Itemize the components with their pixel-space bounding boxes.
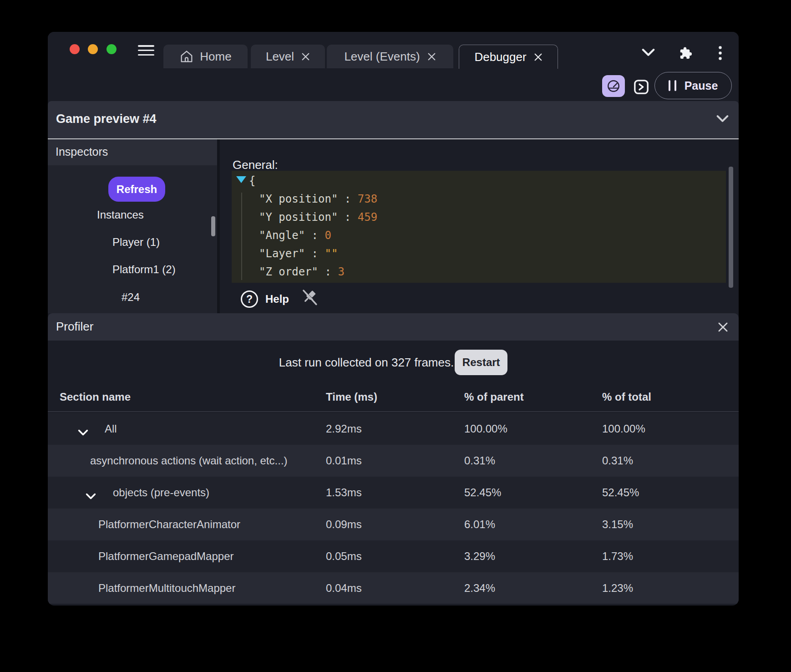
- pct-total-value: 52.45%: [602, 486, 639, 499]
- pct-total-value: 0.31%: [602, 454, 633, 467]
- expand-chevron-icon[interactable]: [78, 426, 88, 438]
- expand-chevron-icon[interactable]: [86, 489, 96, 502]
- close-icon[interactable]: [534, 53, 543, 61]
- column-header-section-name: Section name: [60, 391, 131, 403]
- pause-icon: [669, 80, 676, 91]
- pause-button-label: Pause: [685, 79, 718, 92]
- section-name: PlatformerCharacterAnimator: [98, 518, 240, 531]
- pct-total-value: 100.00%: [602, 423, 645, 435]
- inspectors-panel: Inspectors Refresh Instances Player (1) …: [48, 139, 217, 313]
- home-icon: [179, 49, 194, 64]
- panel-divider: [217, 139, 220, 313]
- properties-json-view: { "X position" : 738 "Y position" : 459 …: [232, 171, 726, 283]
- tab-label: Level (Events): [344, 50, 420, 64]
- section-name: PlatformerGamepadMapper: [98, 550, 233, 563]
- profiler-toggle-button[interactable]: [602, 75, 625, 97]
- profiler-status-row: Last run collected on 327 frames. Restar…: [48, 346, 739, 379]
- section-name: objects (pre-events): [113, 486, 209, 499]
- section-name: All: [105, 423, 117, 435]
- pct-parent-value: 2.34%: [464, 582, 495, 595]
- time-value: 0.09ms: [326, 518, 362, 531]
- tab-label: Home: [200, 50, 231, 64]
- hamburger-menu-icon[interactable]: [138, 45, 154, 56]
- column-header-pct-total: % of total: [602, 391, 651, 403]
- pct-parent-value: 52.45%: [464, 486, 501, 499]
- tab-bar: Home Level Level (Events) Debugger: [48, 32, 739, 68]
- pct-parent-value: 0.31%: [464, 454, 495, 467]
- pct-parent-value: 6.01%: [464, 518, 495, 531]
- help-icon[interactable]: ?: [241, 290, 258, 308]
- table-row: PlatformerCharacterAnimator 0.09ms 6.01%…: [48, 509, 739, 540]
- json-line: "Layer" : "": [259, 244, 338, 263]
- section-name: PlatformerMultitouchMapper: [98, 582, 235, 595]
- table-row: All 2.92ms 100.00% 100.00%: [48, 413, 739, 445]
- section-name: asynchronous actions (wait action, etc..…: [90, 454, 288, 467]
- pct-total-value: 1.23%: [602, 582, 633, 595]
- unpin-icon[interactable]: [301, 288, 318, 309]
- game-preview-title: Game preview #4: [56, 112, 157, 126]
- close-icon[interactable]: [301, 52, 310, 61]
- time-value: 2.92ms: [326, 423, 362, 435]
- chevron-down-icon[interactable]: [642, 48, 655, 56]
- pct-parent-value: 100.00%: [464, 423, 507, 435]
- tree-item-instance-24[interactable]: #24: [122, 291, 140, 304]
- time-value: 0.05ms: [326, 550, 362, 563]
- tab-level[interactable]: Level: [251, 45, 325, 68]
- json-line: "Z order" : 3: [259, 263, 345, 281]
- time-value: 1.53ms: [326, 486, 362, 499]
- column-header-time: Time (ms): [326, 391, 377, 403]
- table-row: objects (pre-events) 1.53ms 52.45% 52.45…: [48, 477, 739, 509]
- pct-total-value: 1.73%: [602, 550, 633, 563]
- kebab-menu-icon[interactable]: [718, 46, 722, 60]
- json-line: "Angle" : 0: [259, 226, 331, 244]
- close-icon[interactable]: [427, 52, 436, 61]
- traffic-light-zoom-icon[interactable]: [106, 44, 117, 54]
- tab-label: Level: [266, 50, 294, 64]
- tree-item-platform1[interactable]: Platform1 (2): [112, 263, 176, 276]
- refresh-button[interactable]: Refresh: [108, 177, 165, 202]
- json-line: "X position" : 738: [259, 190, 377, 208]
- general-scrollbar-thumb[interactable]: [729, 167, 733, 288]
- restart-button[interactable]: Restart: [455, 350, 507, 375]
- tab-label: Debugger: [474, 50, 526, 64]
- console-button[interactable]: [634, 79, 649, 95]
- json-line: "Y position" : 459: [259, 208, 377, 226]
- profiler-title: Profiler: [56, 320, 93, 334]
- pause-button[interactable]: Pause: [654, 72, 732, 99]
- profiler-icon: [607, 79, 620, 93]
- inspectors-header: Inspectors: [48, 139, 217, 165]
- inspectors-scrollbar-thumb[interactable]: [211, 216, 215, 236]
- general-section-title: General:: [233, 158, 278, 172]
- dropdown-caret-icon[interactable]: [716, 115, 729, 124]
- tab-home[interactable]: Home: [163, 45, 248, 68]
- app-window: Home Level Level (Events) Debugger: [48, 32, 739, 606]
- tab-debugger[interactable]: Debugger: [459, 45, 558, 69]
- time-value: 0.01ms: [326, 454, 362, 467]
- tab-level-events[interactable]: Level (Events): [327, 45, 453, 68]
- indent-guide: [241, 193, 242, 280]
- column-header-pct-parent: % of parent: [464, 391, 524, 403]
- inspectors-title: Inspectors: [56, 145, 108, 158]
- pct-parent-value: 3.29%: [464, 550, 495, 563]
- profiler-header: Profiler: [48, 313, 739, 341]
- game-preview-header[interactable]: Game preview #4: [48, 101, 739, 139]
- traffic-light-close-icon[interactable]: [70, 44, 80, 54]
- tree-item-player[interactable]: Player (1): [112, 236, 160, 249]
- table-row: PlatformerMultitouchMapper 0.04ms 2.34% …: [48, 572, 739, 604]
- help-button[interactable]: Help: [265, 293, 289, 305]
- pct-total-value: 3.15%: [602, 518, 633, 531]
- collapse-triangle-icon[interactable]: [236, 176, 246, 183]
- json-open-brace: {: [249, 172, 255, 190]
- tree-item-instances[interactable]: Instances: [97, 209, 144, 221]
- console-icon: [634, 79, 649, 95]
- profiler-status-text: Last run collected on 327 frames.: [279, 356, 454, 370]
- puzzle-icon[interactable]: [678, 46, 692, 60]
- traffic-light-minimize-icon[interactable]: [88, 44, 98, 54]
- table-header-divider: [48, 411, 739, 412]
- table-row: PlatformerGamepadMapper 0.05ms 3.29% 1.7…: [48, 540, 739, 572]
- close-icon[interactable]: [717, 321, 729, 335]
- time-value: 0.04ms: [326, 582, 362, 595]
- table-row: asynchronous actions (wait action, etc..…: [48, 445, 739, 477]
